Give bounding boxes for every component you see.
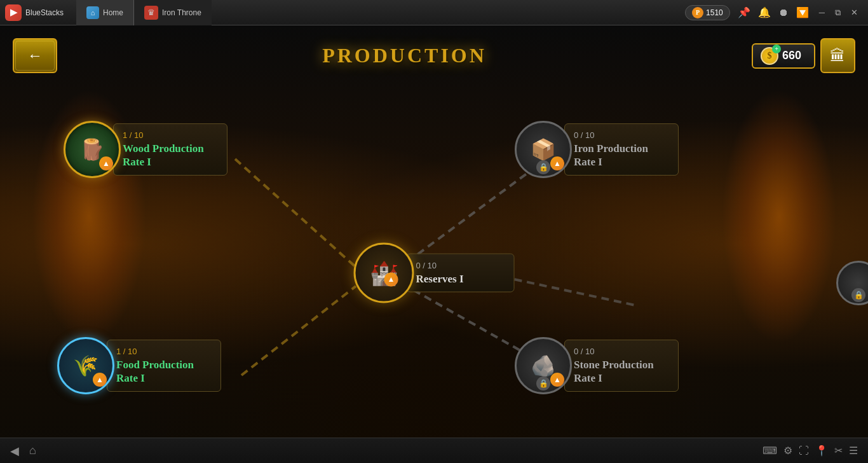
stone-skill-name: Stone Production Rate I [574, 359, 667, 385]
stone-progress: 0 / 10 [574, 347, 667, 356]
bottom-bar: ◀ ⌂ ⌨ ⚙ ⛶ 📍 ✂ ☰ [0, 438, 868, 463]
points-badge: P 1510 [685, 5, 730, 20]
wood-skill-name: Wood Production Rate I [123, 142, 215, 169]
game-tab-icon: ♛ [144, 6, 158, 20]
food-progress: 1 / 10 [116, 347, 209, 356]
reserves-name: Reserves I [416, 272, 503, 285]
menu-icon[interactable]: ☰ [849, 445, 858, 457]
reserves-card: 0 / 10 Reserves I [407, 253, 515, 292]
stone-up-arrow-icon: ▲ [550, 373, 564, 387]
page-title: PRODUCTION [322, 44, 487, 67]
food-up-arrow-icon: ▲ [93, 373, 107, 387]
currency-value: 660 [782, 49, 801, 62]
pin-icon[interactable]: 📌 [738, 6, 750, 18]
food-icon-circle: 🌾 ▲ [57, 337, 114, 394]
coin-plus-badge[interactable]: $ + [761, 47, 778, 65]
currency-display: $ + 660 [752, 43, 815, 69]
home-nav-icon[interactable]: ⌂ [29, 444, 36, 458]
stone-node[interactable]: 🪨 ▲ 🔒 0 / 10 Stone Production Rate I [515, 337, 679, 394]
game-area: ← PRODUCTION $ + 660 🏛 [0, 25, 868, 463]
stone-icon-circle: 🪨 ▲ 🔒 [515, 337, 572, 394]
bs-logo-icon: ▶ [5, 4, 22, 21]
record-icon[interactable]: ⏺ [778, 7, 789, 18]
hidden-right-node: 🔒 [836, 261, 868, 305]
wood-up-arrow-icon: ▲ [99, 156, 113, 170]
hidden-node-circle: 🔒 [836, 261, 868, 305]
minimize-button[interactable]: ─ [817, 6, 827, 19]
stone-lock-icon: 🔒 [536, 377, 550, 390]
skill-tree-content: 🪵 ▲ 1 / 10 Wood Production Rate I 📦 ▲ 🔒 [0, 83, 868, 463]
back-nav-icon[interactable]: ◀ [10, 444, 19, 458]
iron-up-arrow-icon: ▲ [550, 156, 564, 170]
iron-progress: 0 / 10 [574, 130, 667, 140]
back-button[interactable]: ← [13, 38, 57, 73]
svg-line-2 [241, 286, 356, 375]
titlebar: ▶ BlueStacks ⌂ Home ♛ Iron Throne P 1510… [0, 0, 868, 25]
svg-line-4 [502, 277, 635, 305]
food-skill-name: Food Production Rate I [116, 359, 209, 385]
points-value: 1510 [706, 8, 723, 17]
restore-button[interactable]: ⧉ [832, 6, 843, 19]
bell-icon[interactable]: 🔔 [758, 6, 771, 18]
reserves-icon-inner: 🏰 ▲ [370, 259, 398, 286]
titlebar-right: P 1510 📌 🔔 ⏺ 🔽 ─ ⧉ ✕ [685, 5, 868, 20]
close-button[interactable]: ✕ [848, 6, 860, 19]
svg-line-0 [235, 159, 356, 267]
points-icon: P [692, 7, 703, 18]
top-right: $ + 660 🏛 [752, 38, 855, 73]
keyboard-icon[interactable]: ⌨ [763, 445, 777, 457]
bottom-right-controls: ⌨ ⚙ ⛶ 📍 ✂ ☰ [763, 445, 858, 457]
iron-node[interactable]: 📦 ▲ 🔒 0 / 10 Iron Production Rate I [515, 121, 679, 178]
iron-lock-icon: 🔒 [536, 160, 550, 174]
wood-node[interactable]: 🪵 ▲ 1 / 10 Wood Production Rate I [64, 121, 227, 178]
stone-skill-card: 0 / 10 Stone Production Rate I [564, 340, 679, 392]
wood-progress: 1 / 10 [123, 130, 215, 140]
tab-game-label: Iron Throne [162, 8, 201, 17]
hidden-lock-icon: 🔒 [851, 288, 865, 302]
bluestacks-logo: ▶ BlueStacks [0, 0, 76, 25]
reserves-progress: 0 / 10 [416, 260, 503, 270]
plus-icon: + [772, 45, 781, 53]
share-icon[interactable]: 🔽 [796, 6, 809, 18]
top-bar: ← PRODUCTION $ + 660 🏛 [0, 25, 868, 86]
food-icon-inner: 🌾 ▲ [62, 342, 110, 390]
bank-button[interactable]: 🏛 [820, 38, 855, 73]
tab-game[interactable]: ♛ Iron Throne [134, 0, 212, 25]
fullscreen-icon[interactable]: ⛶ [799, 445, 809, 457]
iron-icon-circle: 📦 ▲ 🔒 [515, 121, 572, 178]
home-tab-icon: ⌂ [86, 6, 99, 19]
bank-icon: 🏛 [830, 47, 845, 65]
window-controls: ─ ⧉ ✕ [817, 6, 860, 19]
bottom-left-controls: ◀ ⌂ [10, 444, 36, 458]
reserves-node[interactable]: 🏰 ▲ 0 / 10 Reserves I [354, 243, 515, 303]
reserves-icon-circle: 🏰 ▲ [354, 243, 414, 303]
location-icon[interactable]: 📍 [815, 445, 828, 457]
wood-icon-inner: 🪵 ▲ [68, 125, 116, 174]
cut-icon[interactable]: ✂ [834, 445, 843, 457]
back-arrow-icon: ← [27, 47, 43, 64]
wood-skill-card: 1 / 10 Wood Production Rate I [113, 123, 227, 176]
food-skill-card: 1 / 10 Food Production Rate I [107, 340, 221, 392]
tab-home-label: Home [103, 8, 123, 17]
settings-icon[interactable]: ⚙ [783, 445, 792, 457]
bs-logo-text: BlueStacks [25, 8, 64, 17]
iron-skill-name: Iron Production Rate I [574, 142, 667, 169]
wood-icon-circle: 🪵 ▲ [64, 121, 121, 178]
reserves-up-arrow-icon: ▲ [384, 272, 398, 286]
iron-skill-card: 0 / 10 Iron Production Rate I [564, 123, 679, 176]
tab-home[interactable]: ⌂ Home [76, 0, 134, 25]
food-node[interactable]: 🌾 ▲ 1 / 10 Food Production Rate I [57, 337, 221, 394]
